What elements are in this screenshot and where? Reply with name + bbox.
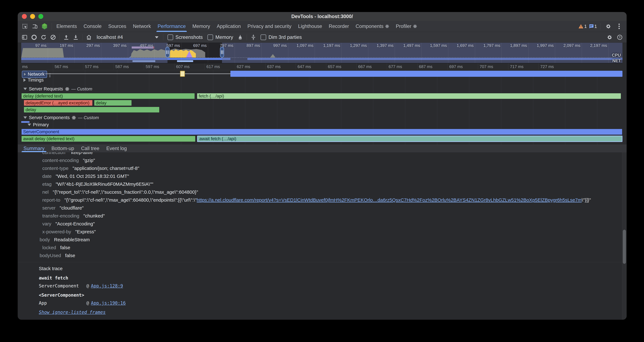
header-value: "Express" (75, 229, 96, 234)
show-ignore-listed-frames-link[interactable]: Show ignore-listed frames (39, 308, 626, 316)
flame-bar[interactable]: delay (94, 100, 132, 106)
panel-tab-label: Application (217, 24, 241, 29)
ruler-tick: 577 ms (83, 63, 114, 70)
flame-bar[interactable]: fetch (…/api) (197, 93, 621, 99)
selection-handle-right[interactable] (220, 47, 224, 58)
reload-and-record-icon[interactable] (39, 33, 48, 42)
panel-tab[interactable]: Privacy and security (244, 21, 295, 32)
server-requests-track-header[interactable]: Server Requests — Custom (21, 85, 622, 93)
header-key: body (40, 237, 50, 242)
react-atom-icon (72, 116, 76, 120)
screenshots-checkbox[interactable]: Screenshots (166, 35, 204, 40)
server-components-track-header[interactable]: Server Components — Custom (21, 114, 622, 121)
panel-settings-gear-icon[interactable] (605, 33, 614, 42)
ruler-tick: 627 ms (235, 63, 266, 70)
save-profile-icon[interactable] (72, 33, 80, 42)
divider (82, 34, 82, 41)
details-tab[interactable]: Bottom-up (48, 145, 78, 152)
device-toolbar-icon[interactable] (30, 22, 39, 31)
stack-frame: <ServerComponent> (39, 291, 626, 299)
collapse-tracks-icon[interactable] (249, 33, 258, 42)
ruler-tick: 617 ms (204, 63, 235, 70)
ruler-tick: 567 ms (53, 63, 83, 70)
warning-badge[interactable]: 1 (578, 24, 587, 29)
issues-badge[interactable]: 1 (589, 24, 597, 29)
details-tab[interactable]: Summary (20, 145, 48, 152)
issues-count: 1 (594, 24, 597, 29)
checkbox-box (208, 35, 213, 40)
clear-icon[interactable] (49, 33, 57, 42)
settings-gear-icon[interactable] (604, 22, 612, 31)
panel-tab-label: Lighthouse (298, 24, 322, 29)
timeline-overview[interactable]: 97 ms197 ms297 ms397 ms497 ms597 ms697 m… (21, 43, 622, 63)
overview-dim-right (222, 43, 622, 63)
panel-tab[interactable]: Profiler (392, 21, 420, 32)
garbage-collect-icon[interactable] (236, 33, 244, 42)
header-value-link[interactable]: https://a.nel.cloudflare.com/report/v4?s… (197, 197, 582, 203)
kebab-menu-icon[interactable] (615, 22, 624, 31)
stack-frame-function: <ServerComponent> (39, 292, 84, 298)
panel-tab[interactable]: Components (352, 21, 392, 32)
flame-bar[interactable]: ServerComponent (21, 129, 622, 135)
network-event[interactable] (230, 71, 622, 77)
flame-bar[interactable]: delay (deferred text) (21, 93, 195, 99)
memory-checkbox[interactable]: Memory (206, 35, 235, 40)
header-value: "{\"group\":\"cf-nel\",\"max_age\":60480… (64, 197, 197, 203)
home-icon[interactable] (84, 33, 93, 42)
headers-scroll-area[interactable]: connection "keep-alive" content-encoding… (18, 152, 626, 259)
dim-3rd-parties-checkbox[interactable]: Dim 3rd parties (258, 35, 304, 40)
panel-tab[interactable]: Recorder (326, 21, 352, 32)
network-track-header[interactable]: Network (22, 71, 47, 78)
panel-tab[interactable]: Performance (154, 21, 189, 32)
disclosure-collapsed-icon (24, 78, 26, 82)
window-title: DevTools - localhost:3000/ (18, 14, 626, 19)
panel-tab[interactable]: Elements (53, 21, 80, 32)
node-target-icon[interactable] (40, 22, 49, 31)
flame-bar[interactable]: delay (24, 107, 160, 113)
panel-tab[interactable]: Application (214, 21, 244, 32)
header-row: date "Wed, 01 Oct 2025 18:32:01 GMT" (18, 172, 626, 180)
stack-frame-location-link[interactable]: App.js:128:9 (91, 283, 123, 288)
history-dropdown[interactable]: localhost #4 (94, 33, 161, 42)
timings-track[interactable]: Timings (21, 77, 622, 85)
flame-bar[interactable]: delayedError (…ayed exception) (24, 100, 93, 106)
header-value: "chunked" (83, 213, 105, 218)
scrollbar-thumb[interactable] (623, 230, 626, 264)
header-value: "Wed, 01 Oct 2025 18:32:01 GMT" (56, 174, 129, 179)
selection-handle-left[interactable] (166, 47, 170, 58)
panel-tab[interactable]: Memory (189, 21, 214, 32)
panel-tab[interactable]: Network (130, 21, 154, 32)
primary-track-color-chip (21, 121, 30, 123)
drag-grip-icon[interactable] (49, 73, 51, 77)
header-value: "W/\"4b1-RjEJloX9kRinu6F0MAZMmy6E5iA\"" (56, 181, 153, 187)
toggle-sidebar-icon[interactable] (20, 33, 29, 42)
inspect-element-icon[interactable] (20, 22, 29, 31)
panel-tab[interactable]: Console (80, 21, 105, 32)
summary-scrollbar[interactable] (622, 152, 626, 320)
details-tab[interactable]: Call tree (78, 145, 103, 152)
stack-frame-location-link[interactable]: App.js:190:16 (91, 300, 126, 306)
primary-group-header[interactable]: Primary (21, 121, 622, 128)
help-icon[interactable]: ? (616, 33, 624, 42)
record-icon[interactable] (30, 33, 38, 42)
panel-tab-label: Performance (158, 24, 186, 29)
timings-track-label: Timings (28, 77, 44, 83)
tabbar-right: 1 1 (578, 21, 626, 32)
load-profile-icon[interactable] (62, 33, 70, 42)
panel-tab[interactable]: Sources (105, 21, 130, 32)
header-key: report-to (42, 197, 60, 203)
flame-bar[interactable]: await delay (deferred text) (21, 136, 196, 142)
screenshots-label: Screenshots (176, 35, 203, 40)
network-track[interactable]: Network (21, 70, 622, 77)
flame-bar[interactable]: await fetch (…/api) (197, 136, 622, 142)
panel-tab[interactable]: Lighthouse (295, 21, 326, 32)
header-key: nel (42, 189, 49, 195)
ruler-tick: 717 ms (508, 63, 538, 70)
details-tab[interactable]: Event log (103, 145, 130, 152)
header-value: "{\"report_to\":\"cf-nel\",\"success_fra… (53, 189, 198, 195)
toolbar-right-icons: ? (605, 33, 624, 42)
network-event[interactable] (180, 71, 185, 77)
dim-3rd-parties-label: Dim 3rd parties (268, 35, 302, 40)
header-key: vary (42, 221, 51, 226)
network-event[interactable] (45, 74, 230, 74)
